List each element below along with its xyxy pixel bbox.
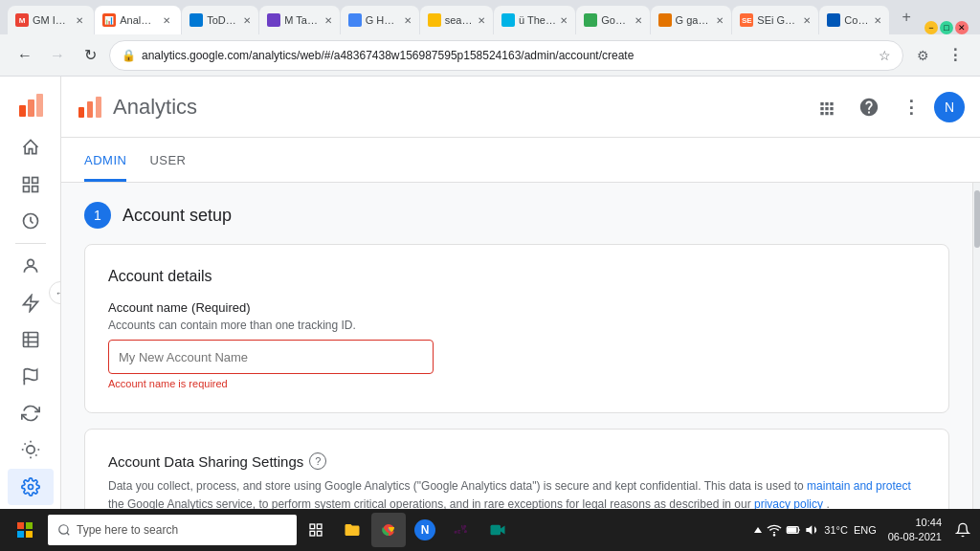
tab-label-how: G How...: [366, 14, 400, 26]
taskbar-search[interactable]: Type here to search: [48, 515, 297, 545]
tab-label-ga4: G ga4 t...: [676, 14, 713, 26]
forward-button[interactable]: →: [44, 42, 71, 69]
menu-button[interactable]: ⋮: [942, 42, 969, 69]
tab-close-semrush[interactable]: ✕: [803, 15, 811, 26]
language-display[interactable]: ENG: [850, 524, 880, 536]
clock-display[interactable]: 10:44 06-08-2021: [882, 516, 947, 545]
browser-tab-ga4[interactable]: G ga4 t... ✕: [651, 6, 732, 34]
taskbar-app-meet[interactable]: [480, 513, 515, 547]
minimize-button[interactable]: −: [924, 21, 938, 34]
nav-item-lightning[interactable]: [8, 285, 54, 321]
nav-item-home[interactable]: [8, 129, 54, 165]
nav-item-refresh[interactable]: [8, 395, 54, 431]
browser-tab-comp[interactable]: Com... ✕: [819, 6, 889, 34]
browser-tab-googletab[interactable]: Goog... ✕: [576, 6, 649, 34]
svg-rect-31: [310, 524, 315, 529]
nav-item-flag[interactable]: [8, 358, 54, 394]
taskbar: Type here to search N 31°C: [0, 509, 980, 551]
tab-close-analytics[interactable]: ✕: [160, 13, 173, 27]
svg-rect-10: [23, 333, 37, 347]
svg-rect-2: [36, 94, 43, 117]
svg-marker-9: [23, 295, 37, 311]
svg-rect-33: [310, 531, 315, 536]
nav-item-person[interactable]: [8, 248, 54, 284]
tab-close-tactiq[interactable]: ✕: [324, 15, 332, 26]
data-sharing-card: Account Data Sharing Settings ? Data you…: [84, 429, 949, 509]
start-button[interactable]: [4, 509, 46, 551]
tab-close-search[interactable]: ✕: [478, 15, 485, 26]
star-icon[interactable]: ☆: [879, 48, 891, 63]
svg-rect-34: [317, 531, 322, 536]
up-arrow-icon: [753, 525, 763, 535]
tab-user[interactable]: USER: [149, 138, 186, 182]
svg-point-8: [27, 260, 33, 267]
url-bar[interactable]: 🔒 analytics.google.com/analytics/web/#/a…: [109, 40, 903, 71]
account-name-input[interactable]: [108, 340, 434, 374]
svg-rect-4: [32, 177, 37, 183]
taskbar-app-file-explorer[interactable]: [335, 513, 369, 547]
tab-close-how[interactable]: ✕: [404, 15, 412, 26]
avatar[interactable]: N: [934, 92, 965, 122]
taskbar-app-n[interactable]: N: [408, 513, 442, 547]
system-tray[interactable]: 31°C: [753, 522, 848, 538]
browser-tab-how[interactable]: G How... ✕: [341, 6, 419, 34]
tab-close-googletab[interactable]: ✕: [635, 15, 642, 26]
svg-rect-0: [19, 105, 26, 117]
data-sharing-description: Data you collect, process, and store usi…: [108, 477, 925, 509]
tab-bar: M GM Inb... ✕ 📊 Analyt... ✕ ToDo... ✕ M …: [0, 0, 980, 34]
svg-point-15: [26, 446, 33, 453]
privacy-policy-link[interactable]: privacy policy: [754, 497, 823, 509]
notification-button[interactable]: [949, 517, 976, 543]
back-button[interactable]: ←: [11, 42, 38, 69]
tab-close-ubersuggest[interactable]: ✕: [560, 15, 568, 26]
more-options-button[interactable]: ⋮: [892, 88, 930, 126]
reload-button[interactable]: ↻: [77, 42, 103, 69]
form-error: Account name is required: [108, 378, 925, 389]
browser-tab-semrush[interactable]: SE SEi Get t... ✕: [732, 6, 818, 34]
tab-close-comp[interactable]: ✕: [874, 15, 881, 26]
maximize-button[interactable]: □: [940, 21, 953, 34]
svg-point-37: [774, 535, 775, 536]
tab-close-ga4[interactable]: ✕: [716, 15, 724, 26]
maintain-protect-link[interactable]: maintain and protect: [807, 479, 911, 493]
analytics-logo-icon: [15, 90, 46, 121]
browser-tab-todo[interactable]: ToDo... ✕: [182, 6, 258, 34]
svg-rect-36: [491, 525, 501, 536]
tab-admin[interactable]: ADMIN: [84, 138, 126, 182]
tab-close-todo[interactable]: ✕: [243, 15, 251, 26]
svg-rect-28: [17, 531, 24, 538]
apps-grid-button[interactable]: [808, 88, 846, 126]
browser-tab-analytics[interactable]: 📊 Analyt... ✕: [95, 6, 181, 34]
close-button[interactable]: ✕: [955, 21, 969, 34]
taskbar-app-chrome[interactable]: [371, 513, 406, 547]
browser-tab-ubersuggest[interactable]: ü The c... ✕: [494, 6, 575, 34]
url-text: analytics.google.com/analytics/web/#/a48…: [142, 49, 873, 62]
svg-rect-27: [26, 522, 33, 529]
nav-item-lightbulb[interactable]: [8, 431, 54, 468]
new-tab-button[interactable]: +: [894, 4, 919, 31]
tab-row: ADMIN USER: [61, 138, 980, 183]
left-nav: ←: [0, 77, 61, 509]
help-button[interactable]: [850, 88, 888, 126]
tab-close-gmail[interactable]: ✕: [73, 13, 86, 27]
browser-tab-search[interactable]: searc... ✕: [420, 6, 493, 34]
nav-item-settings[interactable]: [8, 469, 54, 505]
scrollbar-track[interactable]: [972, 183, 980, 509]
nav-item-dashboard[interactable]: [8, 166, 54, 203]
extensions-button[interactable]: ⚙: [909, 42, 936, 69]
scrollbar-thumb[interactable]: [974, 190, 980, 248]
tab-label-semrush: SEi Get t...: [757, 14, 799, 26]
volume-icon: [805, 522, 820, 538]
svg-rect-23: [78, 107, 84, 118]
browser-tab-tactiq[interactable]: M Tacti... ✕: [259, 6, 339, 34]
address-bar: ← → ↻ 🔒 analytics.google.com/analytics/w…: [0, 34, 980, 77]
svg-rect-39: [788, 527, 796, 532]
task-view-button[interactable]: [299, 513, 333, 547]
nav-item-clock[interactable]: [8, 203, 54, 239]
help-circle-icon[interactable]: ?: [309, 452, 326, 470]
browser-tab-gmail[interactable]: M GM Inb... ✕: [8, 6, 94, 34]
nav-item-table[interactable]: [8, 321, 54, 358]
analytics-bar-logo: [77, 94, 103, 121]
taskbar-app-slack[interactable]: [444, 513, 479, 547]
tab-label-googletab: Goog...: [601, 14, 630, 26]
